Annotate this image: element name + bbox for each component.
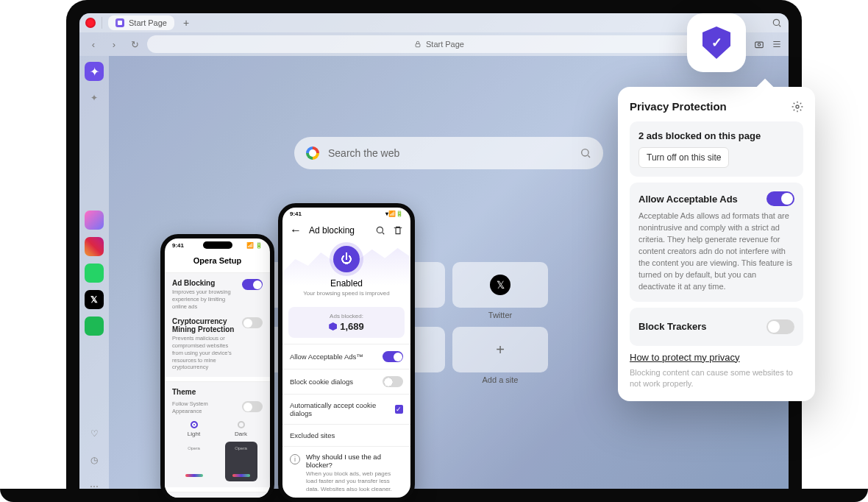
sidebar-setup-icon[interactable]: ✦ (85, 88, 104, 107)
theme-light-preview: Opera (178, 442, 210, 481)
forward-button[interactable]: › (106, 36, 122, 52)
block-cookies-toggle[interactable] (383, 376, 403, 387)
theme-follow-toggle[interactable] (242, 401, 263, 412)
sidebar-history-icon[interactable]: ◷ (85, 450, 104, 470)
sidebar-heart-icon[interactable]: ♡ (85, 424, 104, 443)
ads-blocked-label: Ads blocked: (294, 313, 399, 319)
sidebar-messenger-icon[interactable] (85, 211, 104, 230)
faq-section: i Why should I use the ad blocker? When … (282, 446, 410, 499)
adblock-desc: Improves your browsing experience by lim… (172, 289, 235, 310)
radio-off-icon (238, 421, 245, 428)
checkbox-checked-icon[interactable]: ✓ (395, 405, 403, 414)
android-page-title: Ad blocking (309, 225, 375, 236)
snapshot-icon[interactable] (753, 38, 765, 50)
crypto-toggle[interactable] (242, 317, 263, 328)
ios-status-icons: 📶 🔋 (246, 242, 263, 249)
tile-label: Add a site (452, 375, 548, 384)
tab-label: Start Page (129, 18, 167, 27)
tab-bar: Start Page + (79, 13, 789, 32)
ads-blocked-count: 1,689 (294, 321, 399, 332)
svg-point-5 (796, 105, 799, 108)
gear-icon[interactable] (791, 101, 803, 113)
turn-off-button[interactable]: Turn off on this site (638, 147, 729, 168)
sidebar-instagram-icon[interactable] (85, 237, 104, 256)
tab-start-page[interactable]: Start Page (108, 15, 174, 30)
sidebar: ✦ ✦ 𝕏 ♡ ◷ ⋯ (79, 56, 109, 502)
search-placeholder: Search the web (328, 147, 571, 159)
svg-rect-2 (755, 42, 764, 48)
theme-light-option[interactable]: Light Opera (178, 421, 210, 481)
blocked-headline: 2 ads blocked on this page (638, 130, 794, 141)
notch (203, 241, 232, 249)
adblock-heading: Ad Blocking (172, 279, 235, 287)
radio-on-icon (191, 421, 198, 428)
sidebar-spotify-icon[interactable] (85, 317, 104, 336)
ios-page-title: Opera Setup (165, 252, 270, 272)
block-trackers-label: Block Trackers (638, 321, 707, 332)
auto-accept-cookies-row: Automatically accept cookie dialogs ✓ (282, 394, 410, 424)
power-button[interactable]: ⏻ (333, 246, 360, 272)
navigation-heading: Navigation (172, 498, 263, 503)
android-time: 9:41 (290, 211, 302, 217)
x-icon: 𝕏 (490, 275, 511, 295)
blocked-ads-card: 2 ads blocked on this page Turn off on t… (630, 121, 803, 177)
search-tabs-icon[interactable] (771, 17, 783, 29)
theme-dark-preview: Opera (225, 442, 257, 481)
laptop-base (0, 489, 868, 502)
faq-a1: When you block ads, web pages load faste… (306, 470, 403, 493)
search-icon (580, 147, 591, 159)
enabled-sub: Your browsing speed is improved (285, 290, 408, 297)
plus-icon: + (496, 342, 505, 358)
hexagon-icon (329, 322, 337, 330)
trash-icon[interactable] (393, 225, 403, 236)
speed-dial-icon (115, 18, 124, 27)
shield-check-icon (702, 26, 730, 59)
block-trackers-toggle[interactable] (766, 319, 794, 334)
allow-acceptable-toggle[interactable] (383, 351, 403, 362)
block-trackers-card: Block Trackers (630, 308, 803, 346)
address-text: Start Page (426, 40, 464, 49)
search-input[interactable]: Search the web (294, 137, 603, 169)
tile-add-site[interactable]: + (452, 327, 548, 372)
popup-footer-note: Blocking content can cause some websites… (630, 367, 803, 390)
allow-acceptable-toggle[interactable] (766, 191, 794, 206)
how-to-protect-link[interactable]: How to protect my privacy (630, 352, 803, 363)
adblock-toggle[interactable] (242, 279, 263, 290)
theme-heading: Theme (172, 388, 263, 396)
google-logo-icon (306, 146, 319, 160)
ios-phone-mockup: 9:41 📶 🔋 Opera Setup Ad Blocking Improve… (160, 234, 274, 502)
reload-button[interactable]: ↻ (127, 36, 143, 52)
privacy-protection-popup: Privacy Protection 2 ads blocked on this… (618, 87, 815, 401)
theme-dark-option[interactable]: Dark Opera (225, 421, 257, 481)
svg-rect-1 (416, 44, 420, 47)
privacy-shield-badge[interactable] (687, 13, 746, 72)
allow-acceptable-desc: Acceptable Ads allows ad formats that ar… (638, 211, 794, 293)
svg-point-4 (582, 149, 588, 156)
search-icon[interactable] (375, 225, 385, 236)
easy-setup-icon[interactable] (771, 38, 783, 50)
address-bar[interactable]: Start Page (147, 35, 731, 53)
sidebar-x-icon[interactable]: 𝕏 (85, 290, 104, 309)
tile-twitter[interactable]: 𝕏 (452, 262, 548, 308)
aria-ai-button[interactable]: ✦ (85, 62, 104, 81)
tile-label: Twitter (452, 311, 548, 319)
excluded-sites-row[interactable]: Excluded sites (282, 424, 410, 446)
android-phone-mockup: 9:41 ▾📶🔋 ← Ad blocking ⏻ Enabled Your br… (278, 203, 415, 502)
lock-icon (414, 40, 421, 48)
svg-point-3 (758, 43, 761, 46)
android-status-icons: ▾📶🔋 (385, 211, 403, 217)
sidebar-whatsapp-icon[interactable] (85, 264, 104, 283)
ads-blocked-card: Ads blocked: 1,689 (288, 307, 405, 338)
ios-time: 9:41 (172, 242, 184, 249)
acceptable-ads-card: Allow Acceptable Ads Acceptable Ads allo… (630, 183, 803, 302)
opera-logo-icon (85, 18, 96, 28)
faq-q2[interactable]: What are Acceptable Ads™? (282, 499, 410, 502)
popup-title: Privacy Protection (630, 100, 803, 113)
new-tab-button[interactable]: + (180, 17, 192, 29)
back-button[interactable]: ‹ (85, 36, 102, 52)
crypto-desc: Prevents malicious or compromised websit… (172, 335, 235, 371)
back-arrow-icon[interactable]: ← (290, 224, 302, 237)
theme-follow-label: Follow System Appearance (172, 400, 235, 415)
toolbar: ‹ › ↻ Start Page (79, 32, 789, 56)
svg-point-6 (377, 227, 383, 233)
